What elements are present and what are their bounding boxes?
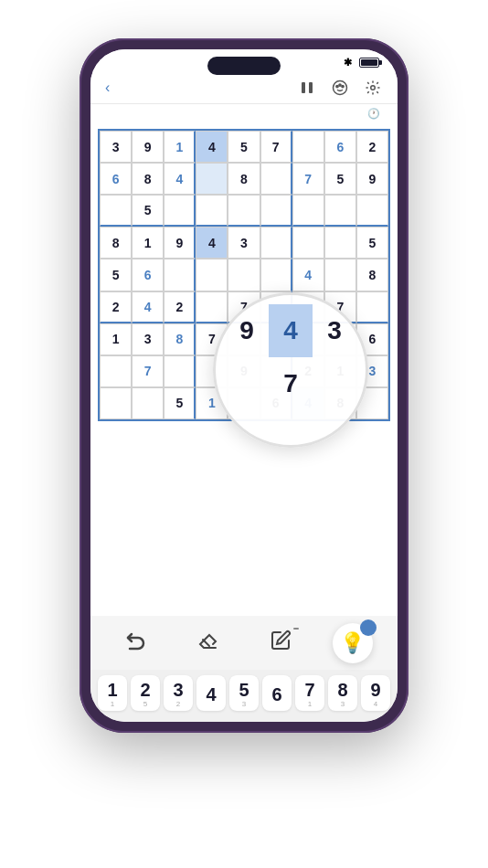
- grid-cell[interactable]: 8: [100, 227, 132, 259]
- palette-button[interactable]: [330, 78, 350, 98]
- grid-cell[interactable]: [292, 131, 324, 163]
- chevron-left-icon: ‹: [105, 79, 110, 96]
- grid-cell[interactable]: [260, 195, 292, 227]
- svg-point-6: [371, 86, 376, 90]
- grid-cell[interactable]: [196, 291, 228, 323]
- svg-point-2: [334, 81, 347, 95]
- grid-cell[interactable]: [164, 195, 196, 227]
- grid-cell[interactable]: [164, 355, 196, 387]
- grid-cell[interactable]: 7: [132, 355, 164, 387]
- grid-cell[interactable]: 8: [132, 163, 164, 195]
- grid-cell[interactable]: [164, 259, 196, 291]
- grid-cell[interactable]: 2: [356, 131, 388, 163]
- bottom-toolbar: 💡: [90, 616, 398, 670]
- notes-toggle: [270, 630, 292, 657]
- status-right: ✱: [344, 57, 379, 69]
- grid-cell[interactable]: 5: [228, 131, 260, 163]
- grid-cell[interactable]: 3: [132, 323, 164, 355]
- magnifier-cell: [225, 357, 269, 411]
- page-title: [0, 0, 488, 38]
- svg-rect-0: [302, 82, 305, 93]
- grid-cell[interactable]: 5: [164, 387, 196, 419]
- grid-cell[interactable]: 5: [132, 195, 164, 227]
- bluetooth-icon: ✱: [344, 57, 352, 69]
- number-pad-button[interactable]: 83: [328, 675, 357, 711]
- number-pad-button[interactable]: 25: [131, 675, 160, 711]
- hint-badge: [360, 619, 377, 636]
- notes-off-badge: [293, 628, 299, 630]
- svg-point-5: [342, 85, 344, 87]
- grid-cell[interactable]: 4: [292, 259, 324, 291]
- erase-icon: [197, 630, 219, 657]
- grid-cell[interactable]: 8: [164, 323, 196, 355]
- grid-cell[interactable]: 6: [100, 163, 132, 195]
- grid-cell[interactable]: [196, 195, 228, 227]
- grid-cell[interactable]: [100, 195, 132, 227]
- number-pad-button[interactable]: 4: [196, 675, 226, 711]
- grid-cell[interactable]: [132, 387, 164, 419]
- grid-cell[interactable]: 6: [324, 131, 356, 163]
- grid-cell[interactable]: [100, 387, 132, 419]
- game-info: 🕐: [90, 104, 398, 123]
- grid-cell[interactable]: 9: [164, 227, 196, 259]
- grid-cell[interactable]: 1: [132, 227, 164, 259]
- timer: 🕐: [367, 108, 383, 120]
- magnifier-cell: 7: [269, 357, 313, 411]
- back-button[interactable]: ‹: [105, 79, 113, 96]
- grid-cell[interactable]: 8: [356, 259, 388, 291]
- svg-point-3: [336, 85, 338, 87]
- grid-cell[interactable]: [324, 195, 356, 227]
- grid-cell[interactable]: 9: [356, 163, 388, 195]
- grid-cell[interactable]: 4: [164, 163, 196, 195]
- undo-button[interactable]: [109, 630, 164, 660]
- grid-cell[interactable]: [324, 227, 356, 259]
- status-bar: ✱: [90, 49, 398, 72]
- hint-button[interactable]: 💡: [325, 623, 380, 666]
- grid-cell[interactable]: 4: [196, 131, 228, 163]
- grid-cell[interactable]: [324, 259, 356, 291]
- nav-bar: ‹: [90, 72, 398, 104]
- grid-cell[interactable]: 2: [100, 291, 132, 323]
- grid-cell[interactable]: [228, 195, 260, 227]
- grid-cell[interactable]: 2: [164, 291, 196, 323]
- erase-button[interactable]: [181, 630, 236, 660]
- settings-button[interactable]: [363, 78, 383, 98]
- number-pad-button[interactable]: 94: [361, 675, 390, 711]
- grid-cell[interactable]: [196, 259, 228, 291]
- nav-right: [297, 78, 383, 98]
- grid-cell[interactable]: [356, 291, 388, 323]
- grid-cell[interactable]: 7: [260, 131, 292, 163]
- number-pad-button[interactable]: 32: [164, 675, 193, 711]
- grid-cell[interactable]: [100, 355, 132, 387]
- magnifier-cell: [269, 411, 313, 436]
- grid-cell[interactable]: 3: [228, 227, 260, 259]
- grid-cell[interactable]: [228, 259, 260, 291]
- grid-cell[interactable]: [292, 195, 324, 227]
- grid-cell[interactable]: [356, 195, 388, 227]
- phone-wrapper: ✱ ‹: [0, 38, 488, 733]
- grid-cell[interactable]: 5: [356, 227, 388, 259]
- grid-cell[interactable]: 4: [196, 227, 228, 259]
- grid-cell[interactable]: 8: [228, 163, 260, 195]
- grid-cell[interactable]: 5: [100, 259, 132, 291]
- grid-cell[interactable]: [260, 259, 292, 291]
- grid-cell[interactable]: 3: [100, 131, 132, 163]
- pause-button[interactable]: [297, 78, 317, 98]
- grid-cell[interactable]: [196, 163, 228, 195]
- number-pad-button[interactable]: 11: [98, 675, 127, 711]
- grid-cell[interactable]: [260, 163, 292, 195]
- grid-cell[interactable]: 4: [132, 291, 164, 323]
- grid-cell[interactable]: 1: [100, 323, 132, 355]
- number-pad-button[interactable]: 6: [262, 675, 292, 711]
- number-pad-button[interactable]: 53: [229, 675, 259, 711]
- hint-icon-wrapper: 💡: [333, 623, 373, 663]
- grid-cell[interactable]: 9: [132, 131, 164, 163]
- grid-cell[interactable]: [260, 227, 292, 259]
- grid-cell[interactable]: 1: [164, 131, 196, 163]
- grid-cell[interactable]: 6: [132, 259, 164, 291]
- grid-cell[interactable]: 7: [292, 163, 324, 195]
- grid-cell[interactable]: [292, 227, 324, 259]
- grid-cell[interactable]: 5: [324, 163, 356, 195]
- number-pad-button[interactable]: 71: [295, 675, 324, 711]
- notes-button[interactable]: [253, 630, 308, 660]
